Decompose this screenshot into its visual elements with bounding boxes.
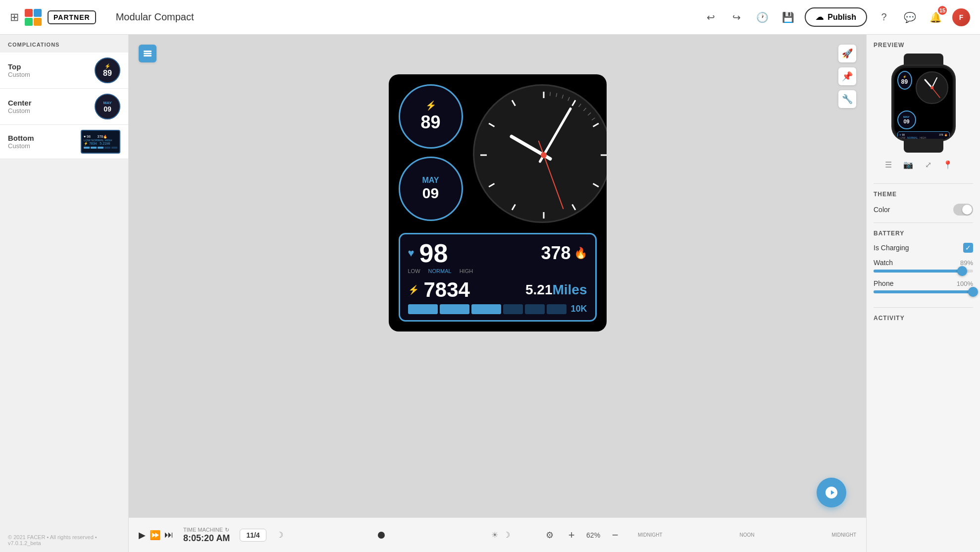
phone-label: Phone: [874, 279, 893, 287]
watch-preview-container: ⚡ 89: [874, 54, 973, 153]
fast-forward-button[interactable]: ⏩: [150, 530, 160, 541]
moon-icon-right: ☽: [503, 530, 510, 540]
watch-slider-thumb[interactable]: [957, 266, 967, 276]
complication-center[interactable]: Center Custom MAY 09: [0, 89, 128, 125]
complication-bottom[interactable]: Bottom Custom ♥ 98 378🔥 LOW NORMAL HIGH …: [0, 125, 128, 159]
color-toggle[interactable]: [953, 204, 973, 216]
app-title: Modular Compact: [116, 11, 194, 23]
layers-tool[interactable]: [139, 45, 156, 62]
svg-rect-4: [144, 51, 152, 52]
save-button[interactable]: 💾: [779, 8, 797, 26]
wf-hr-zones: LOW NORMAL HIGH: [408, 268, 587, 274]
zoom-level: 62%: [584, 531, 602, 539]
phone-slider-track[interactable]: [874, 290, 973, 293]
time-machine-time: 8:05:20 AM: [183, 533, 230, 544]
prog-bar-4: [503, 304, 523, 314]
wf-calories: 378: [541, 243, 570, 264]
midnight-label-right: MIDNIGHT: [832, 532, 856, 538]
phone-slider-thumb[interactable]: [968, 287, 978, 297]
ws-day: 09: [903, 118, 909, 124]
heart-icon: ♥: [408, 247, 414, 260]
date-badge[interactable]: 11/4: [240, 529, 266, 542]
svg-line-29: [538, 141, 563, 209]
is-charging-checkbox[interactable]: ✓: [963, 243, 973, 253]
wf-center-comp[interactable]: MAY 09: [399, 157, 463, 221]
toggle-knob: [962, 205, 972, 215]
svg-point-35: [930, 86, 933, 89]
filter-tool[interactable]: 🔧: [838, 90, 856, 108]
wf-top-section: ⚡ 89 MAY 09: [399, 84, 597, 223]
svg-rect-1: [34, 8, 42, 16]
topbar: ⊞ PARTNER Modular Compact ↩ ↪ 🕐 💾 ☁ Publ…: [0, 0, 980, 35]
logo-area: ⊞ PARTNER: [10, 8, 96, 27]
svg-line-24: [583, 108, 586, 111]
user-avatar[interactable]: F: [952, 8, 970, 26]
ws-top-complication: ⚡ 89: [897, 71, 912, 90]
skip-forward-button[interactable]: ⏭: [164, 530, 173, 540]
goal-label: 10K: [570, 304, 587, 314]
svg-line-19: [550, 92, 550, 96]
complications-header: COMPLICATIONS: [0, 35, 128, 53]
theme-header: THEME: [874, 191, 973, 198]
bolt-icon: ⚡: [104, 63, 110, 69]
watch-slider-track[interactable]: [874, 270, 973, 273]
chat-button[interactable]: 💬: [901, 8, 919, 26]
settings-button[interactable]: ⚙: [541, 526, 559, 544]
watch-battery-row: Watch 89%: [874, 259, 973, 273]
svg-point-30: [541, 152, 547, 158]
complication-bottom-type: Bottom: [8, 134, 81, 142]
float-action-button[interactable]: [817, 478, 846, 507]
complication-top-label: Top Custom: [8, 62, 95, 78]
launch-tool[interactable]: 🚀: [838, 45, 856, 62]
wf-bpm-display: 98: [419, 240, 448, 266]
miles-label: Miles: [552, 282, 587, 298]
wf-bolt-icon: ⚡: [425, 100, 436, 111]
center-day: 09: [103, 105, 111, 113]
ws-top-number: 89: [901, 78, 908, 85]
check-icon: ✓: [965, 244, 971, 252]
refresh-icon[interactable]: ↻: [225, 527, 229, 533]
location-icon-btn[interactable]: 📍: [940, 157, 956, 172]
redo-button[interactable]: ↪: [727, 8, 745, 26]
expand-icon-btn[interactable]: ⤢: [920, 157, 936, 172]
history-button[interactable]: 🕐: [753, 8, 771, 26]
layers-icon-btn[interactable]: ☰: [880, 157, 896, 172]
svg-line-12: [572, 205, 575, 210]
complication-bottom-sub: Custom: [8, 142, 81, 150]
camera-icon-btn[interactable]: 📷: [900, 157, 916, 172]
svg-rect-3: [34, 17, 42, 25]
publish-label: Publish: [827, 13, 856, 22]
complication-top[interactable]: Top Custom ⚡ 89: [0, 53, 128, 89]
wf-health-row: ♥ 98 378 🔥: [408, 240, 587, 266]
play-button[interactable]: ▶: [139, 530, 146, 541]
watch-body: ⚡ 89: [891, 64, 956, 141]
publish-button[interactable]: ☁ Publish: [805, 7, 867, 27]
timeline-labels: MIDNIGHT NOON MIDNIGHT: [638, 532, 856, 538]
wf-analog-clock[interactable]: [473, 84, 607, 223]
wf-top-comp[interactable]: ⚡ 89: [399, 84, 463, 149]
pin-tool[interactable]: 📌: [838, 67, 856, 85]
canvas-bottom-bar: ▶ ⏩ ⏭ TIME MACHINE ↻ 8:05:20 AM 11/4 ☽: [129, 517, 866, 552]
moon-icon-left: ☽: [276, 530, 283, 540]
svg-line-23: [578, 104, 581, 107]
wf-month: MAY: [422, 176, 439, 185]
undo-button[interactable]: ↩: [702, 8, 720, 26]
zoom-in-button[interactable]: +: [563, 526, 580, 544]
help-button[interactable]: ?: [875, 8, 893, 26]
is-charging-label: Is Charging: [874, 244, 909, 252]
wf-bottom-comp[interactable]: ♥ 98 378 🔥 LOW NORMAL HIGH ⚡ 7834: [399, 233, 597, 322]
svg-line-22: [567, 97, 569, 101]
sidebar-footer: © 2021 FACER • All rights reserved • v7.…: [0, 528, 128, 552]
wf-day: 09: [422, 185, 439, 202]
watch-screen-top: ⚡ 89: [897, 71, 950, 107]
zoom-out-button[interactable]: −: [606, 526, 624, 544]
svg-rect-6: [144, 55, 152, 56]
sun-icon: ☀: [491, 530, 498, 540]
topbar-actions: ↩ ↪ 🕐 💾 ☁ Publish ? 💬 🔔 15 F: [702, 7, 970, 27]
timeline-thumb[interactable]: [378, 532, 385, 539]
grid-icon[interactable]: ⊞: [10, 11, 19, 24]
notification-button[interactable]: 🔔 15: [927, 8, 944, 26]
fire-icon: 🔥: [574, 247, 587, 260]
svg-line-20: [556, 93, 557, 97]
complication-bottom-thumb: ♥ 98 378🔥 LOW NORMAL HIGH ⚡ 7834 5.21Mi: [81, 130, 120, 154]
